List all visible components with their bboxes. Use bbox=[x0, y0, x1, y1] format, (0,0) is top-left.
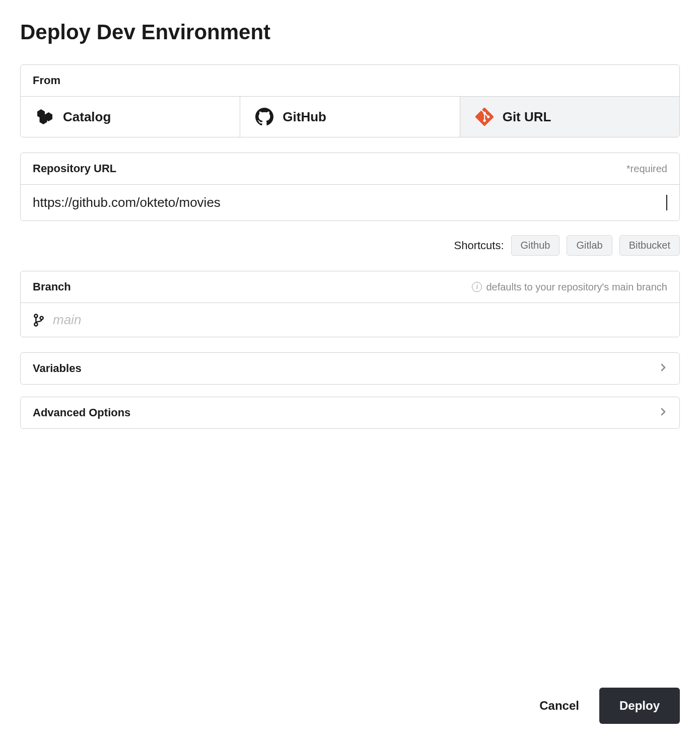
variables-label: Variables bbox=[33, 362, 82, 375]
tab-catalog[interactable]: Catalog bbox=[21, 97, 240, 137]
tab-github-label: GitHub bbox=[283, 109, 326, 125]
tab-giturl[interactable]: Git URL bbox=[460, 97, 679, 137]
repository-header: Repository URL *required bbox=[21, 153, 679, 184]
branch-hint: defaults to your repository's main branc… bbox=[486, 281, 667, 293]
variables-section[interactable]: Variables bbox=[20, 352, 680, 385]
shortcut-github-button[interactable]: Github bbox=[511, 235, 560, 256]
svg-point-3 bbox=[34, 314, 37, 317]
page-title: Deploy Dev Environment bbox=[20, 20, 680, 44]
tab-giturl-label: Git URL bbox=[503, 109, 551, 125]
github-icon bbox=[255, 108, 273, 126]
chevron-right-icon bbox=[659, 363, 667, 374]
from-tabs: Catalog GitHub Git URL bbox=[21, 96, 679, 137]
tab-github[interactable]: GitHub bbox=[240, 97, 460, 137]
branch-header: Branch i defaults to your repository's m… bbox=[21, 271, 679, 303]
repository-url-input[interactable] bbox=[33, 195, 667, 210]
info-icon: i bbox=[472, 282, 482, 292]
svg-point-5 bbox=[34, 323, 37, 326]
branch-label: Branch bbox=[33, 280, 71, 293]
repository-card: Repository URL *required bbox=[20, 153, 680, 221]
shortcut-bitbucket-button[interactable]: Bitbucket bbox=[619, 235, 680, 256]
advanced-options-section[interactable]: Advanced Options bbox=[20, 397, 680, 429]
catalog-icon bbox=[36, 108, 54, 126]
chevron-right-icon bbox=[659, 408, 667, 418]
git-icon bbox=[475, 108, 494, 126]
repository-required-hint: *required bbox=[626, 163, 667, 175]
from-header: From bbox=[21, 65, 679, 96]
shortcuts-row: Shortcuts: Github Gitlab Bitbucket bbox=[20, 235, 680, 256]
branch-input[interactable] bbox=[53, 312, 667, 328]
svg-point-4 bbox=[40, 316, 43, 319]
from-card: From Catalog GitHub bbox=[20, 64, 680, 137]
from-label: From bbox=[33, 74, 60, 87]
shortcuts-label: Shortcuts: bbox=[454, 239, 504, 252]
branch-card: Branch i defaults to your repository's m… bbox=[20, 271, 680, 337]
branch-hint-wrapper: i defaults to your repository's main bra… bbox=[472, 281, 667, 293]
branch-icon bbox=[33, 313, 45, 327]
tab-catalog-label: Catalog bbox=[63, 109, 111, 125]
advanced-options-label: Advanced Options bbox=[33, 406, 130, 419]
shortcut-gitlab-button[interactable]: Gitlab bbox=[567, 235, 612, 256]
repository-label: Repository URL bbox=[33, 162, 116, 175]
